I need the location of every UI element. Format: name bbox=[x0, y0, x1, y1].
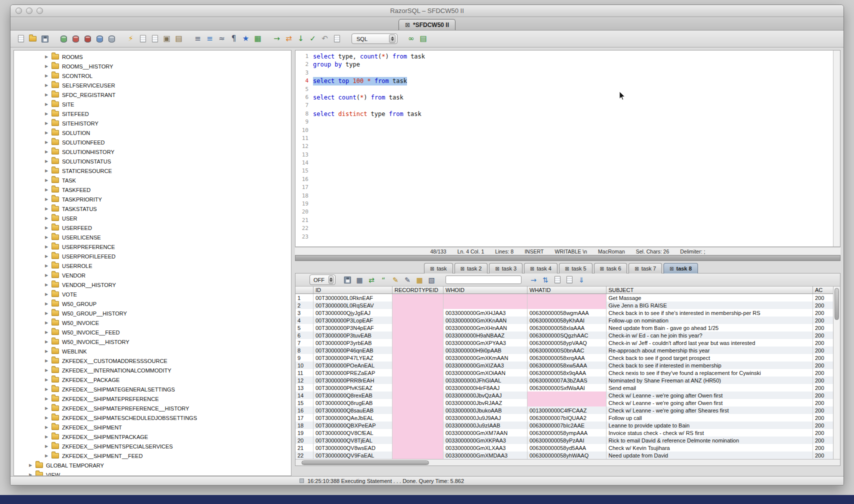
table-row[interactable]: 400T3000000P3LopEAF0033000000GmXKnAAN006… bbox=[296, 316, 833, 324]
tree-item-zkfedex-shipmategeneralsettings[interactable]: ▶ZKFEDEX__SHIPMATEGENERALSETTINGS bbox=[14, 384, 291, 394]
table-row[interactable]: 500T3000000P3N4pEAF0033000000GmXHnAAN006… bbox=[296, 324, 833, 332]
database-object-tree[interactable]: ▶ROOMS▶ROOMS__HISTORY▶SCONTROL▶SELFSERVI… bbox=[14, 50, 292, 476]
tree-item-sitefeed[interactable]: ▶SITEFEED bbox=[14, 109, 291, 118]
close-tab-icon[interactable]: ⊠ bbox=[670, 266, 674, 272]
editor-vertical-scrollbar[interactable] bbox=[833, 50, 840, 246]
fetch-more-icon[interactable]: ⇓ bbox=[576, 275, 586, 285]
tree-item-zkfedex-shipmatepreference[interactable]: ▶ZKFEDEX__SHIPMATEPREFERENCE bbox=[14, 394, 291, 404]
table-row[interactable]: 1100T3000000PREZaEAP0033000000GmXOiAAN00… bbox=[296, 369, 833, 376]
column-header-whatid[interactable]: WHATID bbox=[528, 286, 606, 294]
commit-icon[interactable]: ✓ bbox=[308, 34, 318, 44]
panel-splitter[interactable] bbox=[292, 50, 295, 476]
tree-item-weblink[interactable]: ▶WEBLINK bbox=[14, 346, 291, 356]
expander-icon[interactable]: ▶ bbox=[45, 311, 52, 316]
undo-icon[interactable]: ↶ bbox=[320, 34, 330, 44]
tree-item-zkfedex-shipment-feed[interactable]: ▶ZKFEDEX__SHIPMENT__FEED bbox=[14, 451, 291, 460]
results-horizontal-scrollbar[interactable] bbox=[296, 459, 840, 466]
go-icon[interactable]: → bbox=[272, 34, 282, 44]
tree-item-solutionhistory[interactable]: ▶SOLUTIONHISTORY bbox=[14, 147, 291, 156]
tree-item-zkfedex-shipmentpackage[interactable]: ▶ZKFEDEX__SHIPMENTPACKAGE bbox=[14, 432, 291, 442]
table-row[interactable]: 1200T3000000PRR8rEAH0033000000JFhGlAAL00… bbox=[296, 376, 833, 384]
expander-icon[interactable]: ▶ bbox=[45, 254, 52, 258]
table-row[interactable]: 2000T3000000QV8TjEAL0033000000GmXKPAA300… bbox=[296, 436, 833, 444]
tree-item-scontrol[interactable]: ▶SCONTROL bbox=[14, 71, 291, 80]
edit-cell-icon[interactable]: ✎ bbox=[390, 275, 400, 285]
expander-icon[interactable]: ▶ bbox=[45, 330, 52, 334]
expander-icon[interactable]: ▶ bbox=[45, 273, 52, 278]
result-tab-task-6[interactable]: ⊠task 6 bbox=[594, 263, 628, 274]
tree-item-vote[interactable]: ▶VOTE bbox=[14, 290, 291, 299]
vertical-scroll-thumb[interactable] bbox=[834, 288, 839, 320]
column-header-whoid[interactable]: WHOID bbox=[444, 286, 528, 294]
expander-icon[interactable]: ▶ bbox=[45, 264, 52, 268]
update-table-icon[interactable]: ▦ bbox=[414, 275, 424, 285]
export-page-icon[interactable] bbox=[552, 275, 562, 285]
tree-item-userpreference[interactable]: ▶USERPREFERENCE bbox=[14, 242, 291, 252]
tree-item-staticresource[interactable]: ▶STATICRESOURCE bbox=[14, 166, 291, 176]
tree-item-vendor-history[interactable]: ▶VENDOR__HISTORY bbox=[14, 280, 291, 290]
result-tab-task-7[interactable]: ⊠task 7 bbox=[628, 263, 662, 274]
connect-icon[interactable] bbox=[58, 34, 69, 44]
tree-item-w50-invoice-history[interactable]: ▶W50_INVOICE__HISTORY bbox=[14, 337, 291, 346]
expander-icon[interactable]: ▶ bbox=[45, 416, 52, 420]
tree-item-taskfeed[interactable]: ▶TASKFEED bbox=[14, 185, 291, 194]
table-row[interactable]: 1600T3000000Q8sauEAB0033000000JbukoAAB00… bbox=[296, 406, 833, 414]
result-tab-task[interactable]: ⊠task bbox=[424, 263, 453, 274]
tree-item-userprofilefeed[interactable]: ▶USERPROFILEFEED bbox=[14, 252, 291, 261]
expander-icon[interactable]: ▶ bbox=[45, 92, 52, 97]
tree-item-global-temporary[interactable]: ▶GLOBAL TEMPORARY bbox=[14, 460, 291, 470]
close-window-button[interactable] bbox=[16, 8, 22, 14]
result-tab-task-5[interactable]: ⊠task 5 bbox=[559, 263, 592, 274]
open-file-icon[interactable] bbox=[28, 34, 38, 44]
expander-icon[interactable]: ▶ bbox=[45, 102, 52, 106]
delete-connection-icon[interactable] bbox=[82, 34, 93, 44]
expander-icon[interactable]: ▶ bbox=[45, 358, 52, 363]
table-row[interactable]: 1300T3000000PfvKSEAZ0033000000HirF8AAJ00… bbox=[296, 384, 833, 392]
editor-horizontal-scrollbar[interactable] bbox=[295, 255, 840, 261]
tree-item-rooms-history[interactable]: ▶ROOMS__HISTORY bbox=[14, 62, 291, 71]
close-tab-icon[interactable]: ⊠ bbox=[600, 266, 604, 272]
tree-item-taskstatus[interactable]: ▶TASKSTATUS bbox=[14, 204, 291, 214]
copy-quoted-icon[interactable]: “ bbox=[378, 275, 388, 285]
execute-sql-icon[interactable]: ⚡ bbox=[126, 34, 136, 44]
list-icon[interactable]: ≡ bbox=[192, 34, 203, 44]
new-file-icon[interactable] bbox=[16, 34, 26, 44]
column-header-ac[interactable]: AC bbox=[813, 286, 833, 294]
connections-icon[interactable]: ∞ bbox=[406, 34, 416, 44]
horizontal-scroll-thumb[interactable] bbox=[302, 460, 429, 465]
close-tab-icon[interactable]: ⊠ bbox=[634, 266, 638, 272]
expander-icon[interactable]: ▶ bbox=[45, 396, 52, 401]
table-row[interactable]: 1400T3000000Q8rexEAB0033000000JbvQzAAJCh… bbox=[296, 392, 833, 399]
export-results-icon[interactable]: ▦ bbox=[354, 275, 364, 285]
expander-icon[interactable]: ▶ bbox=[45, 444, 52, 448]
tree-item-sfdc-registrant[interactable]: ▶SFDC_REGISTRANT bbox=[14, 90, 291, 100]
reexecute-query-icon[interactable]: ⇄ bbox=[366, 275, 376, 285]
table-row[interactable]: 200T3000000L0RqSEAVGive Jenn a BIG RAISE… bbox=[296, 302, 833, 309]
column-header-rownum[interactable] bbox=[296, 286, 314, 294]
reload-icon[interactable]: ⇄ bbox=[284, 34, 294, 44]
expander-icon[interactable]: ▶ bbox=[45, 406, 52, 410]
result-tab-task-3[interactable]: ⊠task 3 bbox=[489, 263, 522, 274]
expander-icon[interactable]: ▶ bbox=[45, 226, 52, 230]
close-tab-icon[interactable]: ⊠ bbox=[495, 266, 499, 272]
table-row[interactable]: 2100T3000000QV8wsEAD0033000000GmXLXAA300… bbox=[296, 444, 833, 452]
table-row[interactable]: 300T3000000QjyJgEAJ0033000000GmXHJAA3006… bbox=[296, 309, 833, 316]
expander-icon[interactable]: ▶ bbox=[29, 463, 36, 468]
tab-sfdcw50[interactable]: ⊠ *SFDCW50 II bbox=[398, 19, 456, 30]
tree-item-solutionfeed[interactable]: ▶SOLUTIONFEED bbox=[14, 138, 291, 147]
expander-icon[interactable]: ▶ bbox=[45, 368, 52, 372]
expander-icon[interactable]: ▶ bbox=[45, 216, 52, 220]
result-tab-task-4[interactable]: ⊠task 4 bbox=[524, 263, 558, 274]
save-results-icon[interactable] bbox=[342, 275, 352, 285]
zoom-window-button[interactable] bbox=[36, 8, 43, 14]
close-tab-icon[interactable]: ⊠ bbox=[405, 22, 410, 28]
save-icon[interactable] bbox=[40, 34, 50, 44]
column-header-id[interactable]: ID bbox=[314, 286, 392, 294]
table-grid-icon[interactable]: ▦ bbox=[252, 34, 263, 44]
tree-item-vendor[interactable]: ▶VENDOR bbox=[14, 270, 291, 280]
tree-item-rooms[interactable]: ▶ROOMS bbox=[14, 52, 291, 62]
table-row[interactable]: 700T3000000P3yrbEAB0033000000GmXPYAA3006… bbox=[296, 339, 833, 346]
expander-icon[interactable]: ▶ bbox=[45, 188, 52, 192]
expander-icon[interactable]: ▶ bbox=[45, 387, 52, 392]
expander-icon[interactable]: ▶ bbox=[45, 292, 52, 296]
